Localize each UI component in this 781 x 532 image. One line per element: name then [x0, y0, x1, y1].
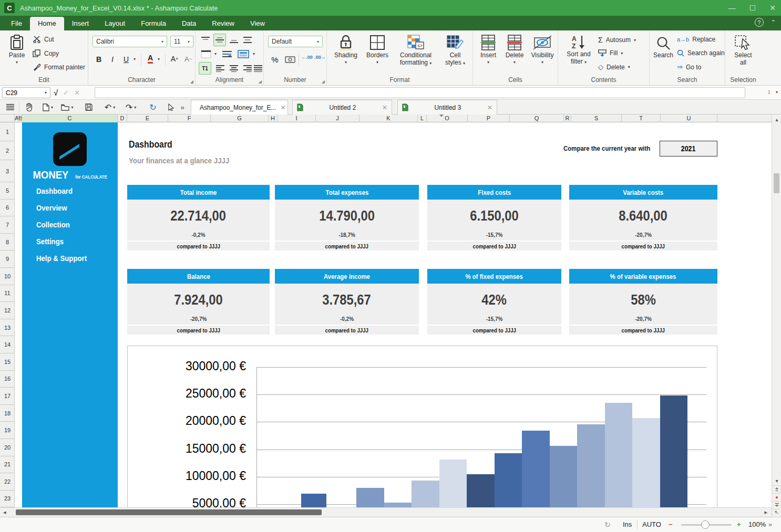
- row-header-14[interactable]: 14: [0, 336, 15, 353]
- toolbar-overflow-icon[interactable]: »: [178, 101, 187, 113]
- split-view-bottom-button[interactable]: ∓: [772, 501, 781, 509]
- percent-format-button[interactable]: %: [269, 54, 281, 65]
- align-justify-vertical-icon[interactable]: [242, 35, 253, 45]
- row-header-9[interactable]: 9: [0, 251, 15, 268]
- cell-styles-button[interactable]: Cellstyles ▾: [440, 35, 470, 67]
- column-header-S[interactable]: S: [571, 114, 622, 122]
- insert-mode-indicator[interactable]: Ins: [623, 520, 632, 528]
- sidebar-item-help-support[interactable]: Help & Support: [36, 254, 94, 263]
- scroll-right-icon[interactable]: ▸: [764, 509, 767, 516]
- wrap-text-icon[interactable]: [221, 48, 233, 60]
- close-button[interactable]: ✕: [769, 4, 776, 12]
- format-painter-button[interactable]: Format painter: [33, 63, 85, 71]
- row-header-3[interactable]: 3: [0, 160, 15, 182]
- vertical-scroll-thumb[interactable]: [774, 173, 779, 193]
- row-header-12[interactable]: 12: [0, 302, 15, 319]
- column-header-P[interactable]: P: [468, 114, 510, 122]
- redo-button[interactable]: ↷▾: [123, 101, 139, 113]
- row-header-16[interactable]: 16: [0, 371, 15, 388]
- row-header-7[interactable]: 7: [0, 216, 15, 234]
- sort-and-filter-button[interactable]: AZ Sort andfilter ▾: [562, 35, 595, 66]
- row-header-10[interactable]: 10: [0, 268, 15, 285]
- expand-group-icon[interactable]: ◢: [259, 79, 262, 84]
- sheet-tab-3[interactable]: Untitled 3✕: [397, 100, 497, 114]
- cell-border-icon[interactable]: [200, 48, 212, 60]
- sheet-tab-2[interactable]: Untitled 2✕: [292, 100, 392, 114]
- menu-tab-review[interactable]: Review: [204, 17, 242, 30]
- align-right-icon[interactable]: [242, 63, 253, 74]
- sidebar-item-settings[interactable]: Settings: [36, 237, 67, 246]
- row-header-11[interactable]: 11: [0, 285, 15, 302]
- compare-year-input[interactable]: 2021: [660, 141, 717, 157]
- undo-button[interactable]: ↶▾: [102, 101, 118, 113]
- column-header-C[interactable]: C: [22, 114, 118, 122]
- merge-chevron[interactable]: ▾: [251, 51, 256, 56]
- replace-button[interactable]: a→b Replace: [677, 36, 715, 43]
- bold-button[interactable]: B: [94, 54, 104, 65]
- align-top-icon[interactable]: [200, 35, 211, 45]
- row-header-23[interactable]: 23: [0, 491, 15, 508]
- insert-cells-button[interactable]: Insert ▾: [476, 35, 500, 65]
- visibility-button[interactable]: Visibility ▾: [529, 35, 556, 65]
- menu-tab-data[interactable]: Data: [174, 17, 204, 30]
- corner-navigation-button[interactable]: ↖: [772, 509, 781, 517]
- column-header-K[interactable]: K: [359, 114, 418, 122]
- italic-button[interactable]: I: [107, 54, 118, 65]
- hamburger-menu-icon[interactable]: [4, 101, 16, 113]
- font-color-button[interactable]: A: [145, 53, 156, 65]
- row-header-1[interactable]: 1: [0, 122, 15, 141]
- number-format-select[interactable]: Default▾: [268, 36, 323, 47]
- row-header-8[interactable]: 8: [0, 234, 15, 251]
- column-header-T[interactable]: T: [622, 114, 661, 122]
- horizontal-scroll-thumb[interactable]: [16, 509, 322, 515]
- expand-group-icon[interactable]: ◢: [190, 79, 193, 84]
- status-overflow-icon[interactable]: »: [768, 520, 772, 528]
- copy-button[interactable]: Copy: [33, 49, 59, 57]
- font-size-select[interactable]: 11▾: [170, 36, 193, 47]
- column-header-E[interactable]: E: [127, 114, 168, 122]
- menu-tab-insert[interactable]: Insert: [64, 17, 97, 30]
- autosum-button[interactable]: Σ Autosum▾: [598, 36, 636, 44]
- row-header-20[interactable]: 20: [0, 439, 15, 456]
- zoom-slider-knob[interactable]: [701, 520, 710, 529]
- row-header-22[interactable]: 22: [0, 473, 15, 491]
- menu-tab-view[interactable]: View: [242, 17, 273, 30]
- column-header-U[interactable]: U: [661, 114, 717, 122]
- column-header-Q[interactable]: Q: [510, 114, 564, 122]
- row-header-19[interactable]: 19: [0, 422, 15, 439]
- close-tab-icon[interactable]: ✕: [280, 104, 285, 111]
- border-chevron[interactable]: ▾: [213, 51, 218, 56]
- scroll-up-icon[interactable]: ▴: [772, 117, 781, 122]
- pointer-mode-icon[interactable]: [165, 101, 177, 113]
- underline-button[interactable]: U: [121, 54, 131, 65]
- cell-reference-box[interactable]: C29▾: [2, 87, 50, 98]
- sync-icon[interactable]: ↻: [604, 520, 611, 529]
- row-header-5[interactable]: 5: [0, 182, 15, 200]
- font-color-chevron[interactable]: ▾: [156, 57, 162, 61]
- column-header-A[interactable]: A: [15, 114, 18, 122]
- row-header-13[interactable]: 13: [0, 319, 15, 337]
- auto-mode-indicator[interactable]: AUTO: [642, 520, 661, 528]
- menu-tab-formula[interactable]: Formula: [133, 17, 174, 30]
- align-justify-icon[interactable]: [252, 63, 264, 74]
- minimize-button[interactable]: —: [728, 4, 736, 12]
- record-marker-button[interactable]: ●: [772, 493, 781, 501]
- column-header-H[interactable]: H: [269, 114, 278, 122]
- align-left-icon[interactable]: [214, 63, 226, 74]
- text-orientation-button[interactable]: T1: [199, 62, 211, 75]
- column-header-J[interactable]: J: [316, 114, 359, 122]
- row-header-15[interactable]: 15: [0, 353, 15, 371]
- grow-font-button[interactable]: A+: [168, 53, 181, 65]
- menu-tab-home[interactable]: Home: [30, 17, 64, 30]
- currency-format-icon[interactable]: [284, 54, 296, 65]
- fill-button[interactable]: Fill▾: [598, 49, 623, 57]
- cut-button[interactable]: Cut: [33, 36, 54, 43]
- open-document-button[interactable]: ▾: [59, 101, 76, 113]
- formula-bar-chevron-icon[interactable]: ▾: [776, 90, 778, 95]
- accept-button[interactable]: ✓: [63, 89, 69, 97]
- shrink-font-button[interactable]: A−: [182, 53, 194, 65]
- sidebar-item-dashboard[interactable]: Dashboard: [36, 186, 77, 195]
- column-header-I[interactable]: I: [278, 114, 316, 122]
- column-header-L[interactable]: L: [418, 114, 427, 122]
- row-header-21[interactable]: 21: [0, 456, 15, 474]
